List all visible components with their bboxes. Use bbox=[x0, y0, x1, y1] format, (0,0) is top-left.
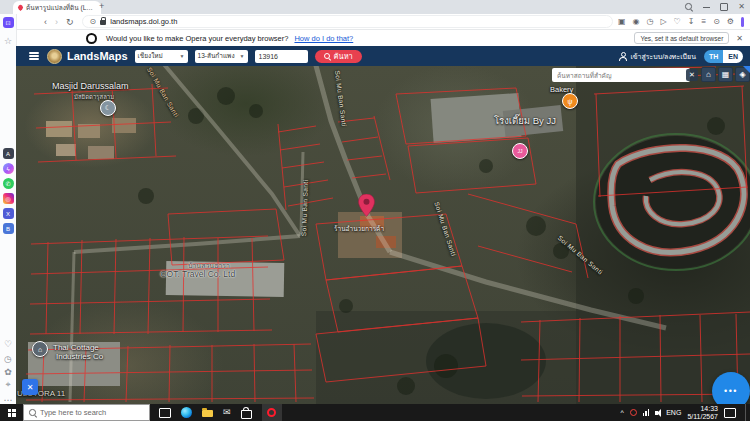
place-label-thai-cottage-1: Thai Cottage bbox=[53, 343, 99, 352]
notification-bar: Would you like to make Opera your everyd… bbox=[16, 30, 750, 47]
map-corner-flag-icon bbox=[743, 66, 750, 73]
opera-o-icon bbox=[267, 408, 276, 417]
map-search-input[interactable] bbox=[552, 68, 690, 82]
task-view-icon[interactable] bbox=[159, 408, 171, 418]
close-window-button[interactable]: ✕ bbox=[738, 3, 745, 11]
map-home-button[interactable]: ⌂ bbox=[701, 67, 716, 82]
district-select[interactable]: 13-สันกำแพง▼ bbox=[195, 50, 248, 63]
login-register-link[interactable]: เข้าสู่ระบบ/ลงทะเบียน bbox=[630, 51, 696, 62]
opera-logo-icon bbox=[86, 33, 97, 44]
search-icon bbox=[29, 409, 36, 416]
map-more-fab-button[interactable]: ••• bbox=[712, 372, 750, 404]
menu-hamburger-icon[interactable] bbox=[29, 52, 39, 59]
lang-en-button[interactable]: EN bbox=[723, 50, 743, 63]
map-pin-favicon-icon bbox=[17, 4, 24, 11]
bookmarks-star-icon[interactable]: ☆ bbox=[3, 35, 14, 46]
back-button[interactable]: ‹ bbox=[44, 17, 47, 27]
downloads-icon[interactable]: ↧ bbox=[688, 17, 695, 26]
profile-icon[interactable]: ⊙ bbox=[713, 17, 720, 26]
dol-logo-icon bbox=[47, 49, 62, 64]
new-tab-button[interactable]: + bbox=[99, 1, 104, 11]
settings-gear-icon[interactable]: ⚙ bbox=[727, 17, 734, 26]
edge-icon[interactable] bbox=[181, 407, 192, 418]
map-overlay bbox=[16, 66, 750, 404]
factory-poi-icon[interactable]: ⌂ bbox=[32, 341, 48, 357]
whatsapp-icon[interactable]: ✆ bbox=[3, 178, 14, 189]
file-explorer-icon[interactable] bbox=[202, 410, 213, 417]
notification-text: Would you like to make Opera your everyd… bbox=[106, 34, 288, 43]
restaurant-poi-icon[interactable]: JJ bbox=[512, 143, 528, 159]
speaker-icon[interactable] bbox=[655, 411, 658, 415]
tab-search-icon[interactable] bbox=[685, 3, 693, 11]
dismiss-notification-button[interactable]: ✕ bbox=[736, 34, 743, 43]
map-close-x-button[interactable]: ✕ bbox=[22, 379, 38, 395]
province-select[interactable]: เชียงใหม่▼ bbox=[135, 50, 188, 63]
opera-taskbar-icon[interactable] bbox=[262, 404, 282, 421]
tab-title: ค้นหารูปแปลงที่ดิน (Lan... bbox=[26, 3, 96, 13]
chevron-down-icon: ▼ bbox=[240, 53, 245, 59]
instagram-icon[interactable]: ◎ bbox=[3, 193, 14, 204]
browser-tab-bar: ค้นหารูปแปลงที่ดิน (Lan... + ✕ bbox=[0, 0, 750, 14]
social-icon-vk[interactable]: B bbox=[3, 223, 14, 234]
address-bar: ‹ › ↻ ⊙ landsmaps.dol.go.th ▣ ◉ ◷ ▷ ♡ ↧ … bbox=[0, 14, 750, 30]
how-do-i-link[interactable]: How do I do that? bbox=[294, 34, 353, 43]
start-button[interactable] bbox=[0, 409, 23, 417]
parcel-number-input[interactable] bbox=[255, 50, 308, 63]
search-result-pin-icon[interactable] bbox=[358, 194, 375, 217]
taskbar-clock[interactable]: 14:33 5/11/2567 bbox=[687, 405, 718, 421]
flow-icon[interactable]: ▷ bbox=[660, 17, 666, 26]
tray-opera-icon[interactable] bbox=[630, 409, 637, 416]
taskbar-search-placeholder: Type here to search bbox=[40, 408, 106, 417]
social-icon-x[interactable]: X bbox=[3, 208, 14, 219]
browser-tab[interactable]: ค้นหารูปแปลงที่ดิน (Lan... bbox=[13, 1, 101, 14]
history-icon[interactable]: ◷ bbox=[646, 17, 653, 26]
taskbar-search[interactable]: Type here to search bbox=[23, 404, 150, 421]
minimize-button[interactable] bbox=[703, 6, 710, 8]
reading-list-icon[interactable]: ≡ bbox=[701, 17, 706, 26]
favorites-heart-icon[interactable]: ♡ bbox=[674, 17, 681, 26]
snapshot-icon[interactable]: ▣ bbox=[618, 17, 626, 26]
tray-date: 5/11/2567 bbox=[687, 413, 718, 421]
lock-icon bbox=[100, 20, 106, 25]
search-icon bbox=[324, 53, 331, 60]
network-icon[interactable] bbox=[643, 409, 650, 416]
lang-th-button[interactable]: TH bbox=[704, 50, 723, 63]
bakery-poi-icon[interactable]: ψ bbox=[562, 93, 578, 109]
tray-chevron-icon[interactable]: ^ bbox=[620, 409, 623, 416]
extension-pill-icon[interactable] bbox=[741, 17, 744, 27]
maximize-button[interactable] bbox=[720, 3, 728, 11]
forward-button[interactable]: › bbox=[55, 17, 58, 27]
mosque-poi-icon[interactable]: ☾ bbox=[100, 100, 116, 116]
sidebar-heart-icon[interactable]: ♡ bbox=[3, 338, 14, 349]
store-icon[interactable] bbox=[241, 410, 252, 419]
place-label-rongtiem: โรงเตี๊ยม By JJ bbox=[494, 113, 556, 128]
map-canvas[interactable]: Masjid Darussalam มัสยิดดารุสลาม Soi Mu … bbox=[16, 66, 750, 404]
touch-keyboard-icon[interactable] bbox=[724, 408, 736, 418]
url-field[interactable]: ⊙ landsmaps.dol.go.th bbox=[82, 15, 613, 28]
set-default-browser-button[interactable]: Yes, set it as default browser bbox=[634, 32, 729, 44]
mail-icon[interactable]: ✉ bbox=[223, 408, 231, 417]
url-text: landsmaps.dol.go.th bbox=[110, 17, 177, 26]
messenger-icon[interactable]: ϟ bbox=[3, 163, 14, 174]
sidebar-news-icon[interactable]: ✿ bbox=[3, 366, 14, 377]
opera-sidebar: ⊡ ☆ A ϟ ✆ ◎ X B ♡ ◷ ✿ ⌖ ⋯ bbox=[0, 14, 17, 404]
speed-dial-icon[interactable]: ⊡ bbox=[3, 17, 14, 28]
camera-icon[interactable]: ◉ bbox=[632, 17, 639, 26]
search-button[interactable]: ค้นหา bbox=[315, 50, 362, 63]
chevron-down-icon: ▼ bbox=[180, 53, 185, 59]
reload-button[interactable]: ↻ bbox=[66, 17, 74, 27]
windows-logo-icon bbox=[8, 409, 16, 417]
site-info-icon[interactable]: ⊙ bbox=[90, 18, 97, 26]
windows-taskbar: Type here to search ✉ ^ ENG 14:33 5/11/2… bbox=[0, 404, 750, 421]
map-grid-button[interactable]: ▦ bbox=[718, 67, 733, 82]
place-label-got-travel: GOT. Travel Co. Ltd bbox=[160, 269, 235, 279]
show-desktop-button[interactable] bbox=[745, 404, 750, 421]
tray-language[interactable]: ENG bbox=[666, 409, 681, 416]
brand-title: LandsMaps bbox=[67, 50, 128, 62]
landsmaps-header: LandsMaps เชียงใหม่▼ 13-สันกำแพง▼ ค้นหา … bbox=[16, 46, 750, 66]
aria-icon[interactable]: A bbox=[3, 148, 14, 159]
map-search-close-button[interactable]: ✕ bbox=[686, 69, 698, 81]
sidebar-history-icon[interactable]: ◷ bbox=[3, 353, 14, 364]
screen: ค้นหารูปแปลงที่ดิน (Lan... + ✕ ‹ › ↻ ⊙ l… bbox=[0, 0, 750, 421]
sidebar-pinboards-icon[interactable]: ⌖ bbox=[3, 379, 14, 390]
